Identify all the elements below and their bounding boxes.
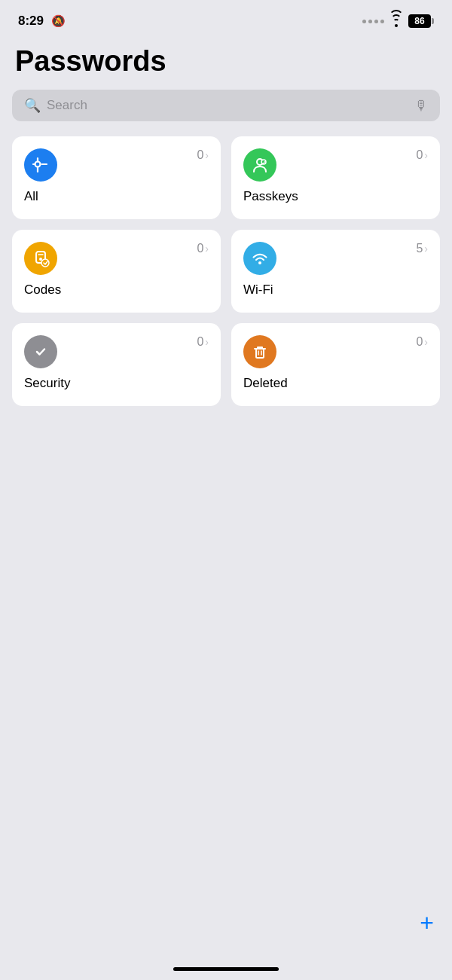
svg-point-7 xyxy=(258,261,261,264)
passkeys-count: 0 › xyxy=(416,148,428,162)
status-time: 8:29 xyxy=(18,14,44,29)
card-wifi[interactable]: 5 › Wi-Fi xyxy=(231,230,440,313)
wifi-count-number: 5 xyxy=(416,242,423,255)
card-codes[interactable]: 0 › Codes xyxy=(12,230,221,313)
svg-text:✓: ✓ xyxy=(261,160,267,166)
status-bar: 8:29 🔕 86 xyxy=(0,0,452,38)
deleted-label: Deleted xyxy=(243,376,428,391)
all-icon xyxy=(24,148,57,182)
page-title: Passwords xyxy=(0,38,452,90)
category-grid: 0 › All ✓ 0 › Passkeys xyxy=(0,136,452,406)
battery-icon: 86 xyxy=(408,14,434,28)
security-label: Security xyxy=(24,376,209,391)
card-all[interactable]: 0 › All xyxy=(12,136,221,219)
wifi-icon xyxy=(243,242,276,275)
passkeys-count-number: 0 xyxy=(416,148,423,162)
codes-count-number: 0 xyxy=(197,242,203,255)
security-count: 0 › xyxy=(197,335,209,349)
all-label: All xyxy=(24,189,209,204)
card-top-security: 0 › xyxy=(24,335,209,368)
all-count: 0 › xyxy=(197,148,209,162)
all-chevron: › xyxy=(205,149,209,161)
codes-chevron: › xyxy=(205,243,209,255)
deleted-count-number: 0 xyxy=(416,335,423,349)
passkeys-icon: ✓ xyxy=(243,148,276,182)
svg-point-8 xyxy=(34,345,47,359)
passkeys-label: Passkeys xyxy=(243,189,428,204)
all-count-number: 0 xyxy=(197,148,203,162)
status-left: 8:29 🔕 xyxy=(18,14,66,29)
add-button[interactable]: + xyxy=(420,911,434,935)
security-chevron: › xyxy=(205,336,209,348)
security-icon xyxy=(24,335,57,368)
card-deleted[interactable]: 0 › Deleted xyxy=(231,323,440,406)
codes-count: 0 › xyxy=(197,242,209,255)
card-top-deleted: 0 › xyxy=(243,335,428,368)
svg-rect-9 xyxy=(256,349,264,358)
battery-level: 86 xyxy=(408,14,431,28)
card-top-all: 0 › xyxy=(24,148,209,182)
card-top-passkeys: ✓ 0 › xyxy=(243,148,428,182)
search-icon: 🔍 xyxy=(24,97,41,114)
wifi-count: 5 › xyxy=(416,242,428,255)
svg-point-5 xyxy=(39,258,42,261)
battery-tip xyxy=(432,18,434,24)
wifi-chevron: › xyxy=(424,243,428,255)
passkeys-chevron: › xyxy=(424,149,428,161)
codes-icon xyxy=(24,242,57,275)
status-icons: 86 xyxy=(362,14,434,28)
card-passkeys[interactable]: ✓ 0 › Passkeys xyxy=(231,136,440,219)
svg-point-6 xyxy=(41,259,49,267)
search-bar-container: 🔍 Search 🎙 xyxy=(0,90,452,136)
deleted-icon xyxy=(243,335,276,368)
bell-slash-icon: 🔕 xyxy=(51,14,66,28)
card-top-codes: 0 › xyxy=(24,242,209,275)
deleted-count: 0 › xyxy=(416,335,428,349)
security-count-number: 0 xyxy=(197,335,203,349)
search-bar[interactable]: 🔍 Search 🎙 xyxy=(12,90,440,121)
home-indicator xyxy=(173,967,279,971)
card-security[interactable]: 0 › Security xyxy=(12,323,221,406)
signal-icon xyxy=(362,20,384,23)
wifi-label: Wi-Fi xyxy=(243,282,428,298)
search-input[interactable]: Search xyxy=(47,98,408,113)
codes-label: Codes xyxy=(24,282,209,298)
deleted-chevron: › xyxy=(424,336,428,348)
microphone-icon[interactable]: 🎙 xyxy=(414,98,428,114)
wifi-status-icon xyxy=(389,15,404,27)
card-top-wifi: 5 › xyxy=(243,242,428,275)
